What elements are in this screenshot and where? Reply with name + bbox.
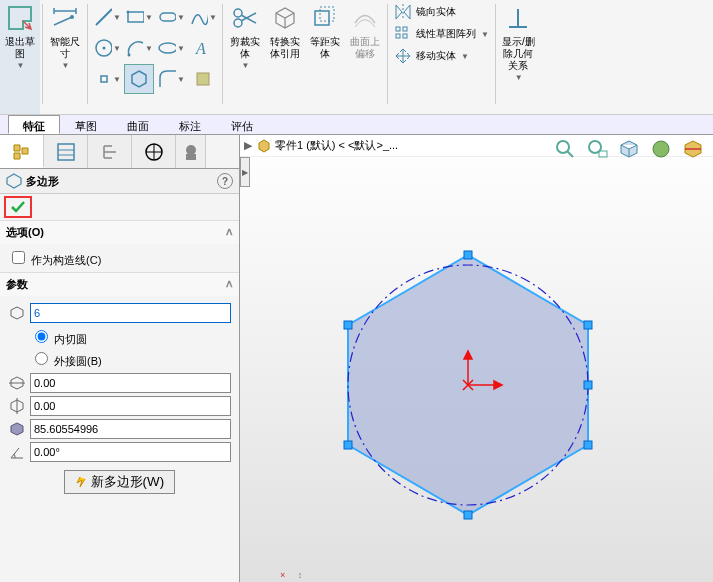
mirror-label: 镜向实体	[416, 5, 456, 19]
expand-tree-icon[interactable]: ▶	[244, 139, 252, 152]
svg-point-13	[234, 19, 242, 27]
svg-point-7	[128, 54, 131, 57]
fillet-tool[interactable]: ▼	[156, 64, 186, 94]
zoom-area-icon[interactable]	[583, 135, 611, 163]
offset-button[interactable]: 等距实 体	[305, 0, 345, 114]
sketch-polygon[interactable]	[308, 225, 628, 525]
config-tab[interactable]	[88, 135, 132, 168]
cx-icon	[8, 374, 26, 392]
arc-tool[interactable]: ▼	[124, 33, 154, 63]
svg-rect-15	[315, 11, 329, 25]
svg-rect-49	[344, 441, 352, 449]
smart-dimension-button[interactable]: 智能尺 寸 ▼	[45, 0, 85, 114]
display-style-icon[interactable]	[647, 135, 675, 163]
point-tool[interactable]: ▼	[92, 64, 122, 94]
svg-line-1	[96, 9, 112, 25]
mirror-button[interactable]: 镜向实体	[392, 2, 491, 22]
inscribed-radio-row[interactable]: 内切圆	[30, 327, 231, 347]
cy-icon	[8, 397, 26, 415]
svg-rect-40	[599, 151, 607, 157]
exit-sketch-label: 退出草 图	[5, 36, 35, 60]
inscribed-radio[interactable]	[35, 330, 48, 343]
move-label: 移动实体	[416, 49, 456, 63]
property-tab[interactable]	[44, 135, 88, 168]
center-y-input[interactable]	[30, 396, 231, 416]
tab-annotate[interactable]: 标注	[164, 115, 216, 134]
dimension-icon	[49, 2, 81, 34]
slot-tool[interactable]: ▼	[156, 2, 186, 32]
circle-tool[interactable]: ▼	[92, 33, 122, 63]
flyout-handle[interactable]: ▶	[240, 157, 250, 187]
scissors-icon	[229, 2, 261, 34]
ok-button[interactable]	[4, 196, 32, 218]
svg-rect-22	[58, 144, 74, 160]
svg-point-3	[127, 11, 130, 14]
ellipse-tool[interactable]: ▼	[156, 33, 186, 63]
section-icon[interactable]	[679, 135, 707, 163]
relations-button[interactable]: 显示/删 除几何 关系 ▼	[498, 0, 539, 114]
graphics-area[interactable]: ▶ 零件1 (默认) < <默认>_... ▶ × ↕	[240, 135, 713, 582]
options-header[interactable]: 选项(O) ʌ	[0, 220, 239, 244]
options-label: 选项(O)	[6, 225, 44, 240]
view-orient-icon[interactable]	[615, 135, 643, 163]
help-icon[interactable]: ?	[217, 173, 233, 189]
circumscribed-radio[interactable]	[35, 352, 48, 365]
svg-rect-18	[396, 27, 400, 31]
sides-input[interactable]	[30, 303, 231, 323]
construction-label: 作为构造线(C)	[31, 254, 101, 266]
command-tabs: 特征 草图 曲面 标注 评估	[0, 115, 713, 135]
angle-input[interactable]	[30, 442, 231, 462]
extra-tab[interactable]	[176, 135, 206, 168]
svg-point-0	[70, 15, 74, 19]
svg-marker-30	[7, 174, 21, 188]
document-title: 零件1 (默认) < <默认>_...	[275, 138, 398, 153]
diameter-input[interactable]	[30, 419, 231, 439]
linear-pattern-button[interactable]: 线性草图阵列▼	[392, 24, 491, 44]
svg-rect-46	[584, 321, 592, 329]
center-x-input[interactable]	[30, 373, 231, 393]
line-tool[interactable]: ▼	[92, 2, 122, 32]
construction-checkbox[interactable]	[12, 251, 25, 264]
transform-tools: 镜向实体 线性草图阵列▼ 移动实体▼	[390, 0, 493, 114]
svg-rect-21	[403, 34, 407, 38]
part-icon	[256, 138, 272, 154]
surface-offset-button[interactable]: 曲面上 偏移	[345, 0, 385, 114]
convert-label: 转换实 体引用	[270, 36, 300, 60]
relations-label: 显示/删 除几何 关系	[502, 36, 535, 72]
construction-checkbox-row[interactable]: 作为构造线(C)	[8, 254, 101, 266]
polygon-tool[interactable]	[124, 64, 154, 94]
new-polygon-button[interactable]: 新多边形(W)	[64, 470, 175, 494]
dropdown-icon: ▼	[242, 60, 250, 72]
angle-icon	[8, 443, 26, 461]
plane-tool[interactable]	[188, 64, 218, 94]
tab-surface[interactable]: 曲面	[112, 115, 164, 134]
svg-rect-45	[464, 251, 472, 259]
svg-rect-50	[344, 321, 352, 329]
sides-icon	[8, 304, 26, 322]
cube-icon	[269, 2, 301, 34]
svg-rect-10	[101, 76, 107, 82]
rect-tool[interactable]: ▼	[124, 2, 154, 32]
circumscribed-label: 外接圆(B)	[54, 355, 102, 367]
tab-feature[interactable]: 特征	[8, 115, 60, 134]
spline-tool[interactable]: ▼	[188, 2, 218, 32]
dropdown-icon: ▼	[62, 60, 70, 72]
circumscribed-radio-row[interactable]: 外接圆(B)	[30, 349, 231, 369]
feature-title: 多边形	[26, 174, 59, 189]
svg-rect-12	[197, 73, 209, 85]
feature-tree-tab[interactable]	[0, 135, 44, 168]
move-button[interactable]: 移动实体▼	[392, 46, 491, 66]
convert-button[interactable]: 转换实 体引用	[265, 0, 305, 114]
tab-evaluate[interactable]: 评估	[216, 115, 268, 134]
trim-button[interactable]: 剪裁实 体 ▼	[225, 0, 265, 114]
dim-tab[interactable]	[132, 135, 176, 168]
surface-label: 曲面上 偏移	[350, 36, 380, 60]
svg-rect-29	[186, 154, 196, 160]
tab-sketch[interactable]: 草图	[60, 115, 112, 134]
exit-sketch-button[interactable]: 退出草 图 ▼	[0, 0, 40, 114]
zoom-fit-icon[interactable]	[551, 135, 579, 163]
polygon-icon	[6, 173, 22, 189]
params-header[interactable]: 参数 ʌ	[0, 272, 239, 296]
text-tool[interactable]: A	[188, 33, 218, 63]
offset-label: 等距实 体	[310, 36, 340, 60]
